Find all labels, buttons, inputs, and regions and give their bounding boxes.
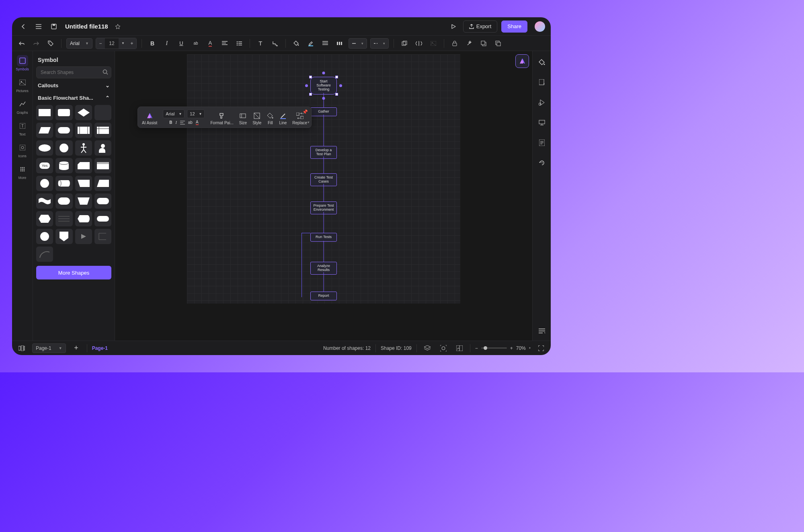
collapse-rail-icon[interactable] (536, 325, 548, 337)
shape-trapezoid-down[interactable] (75, 193, 92, 209)
font-size-minus[interactable]: − (96, 38, 105, 49)
font-size-chev[interactable]: ▼ (119, 38, 127, 49)
shape-display[interactable] (75, 211, 92, 226)
mini-textcolor-icon[interactable]: A (196, 120, 199, 125)
mini-fill[interactable]: Fill (267, 113, 273, 125)
text-tool-icon[interactable]: T (255, 38, 266, 49)
shape-cylinder[interactable] (55, 158, 72, 173)
mini-style[interactable]: Style (252, 113, 261, 125)
fullscreen-icon[interactable] (535, 343, 547, 354)
mini-italic-icon[interactable]: I (175, 120, 176, 125)
shape-diamond[interactable] (75, 105, 92, 120)
image-icon[interactable] (428, 38, 439, 49)
mini-size[interactable]: Size (239, 113, 247, 125)
zoom-out-icon[interactable]: − (475, 345, 478, 351)
zoom-slider[interactable] (481, 347, 507, 349)
pin-icon[interactable]: 📌 (302, 109, 308, 115)
shape-trapezoid[interactable] (94, 176, 111, 191)
layer-icon[interactable] (399, 38, 410, 49)
notes-icon[interactable] (536, 137, 548, 148)
more-shapes-button[interactable]: More Shapes (36, 266, 111, 279)
mini-align-icon[interactable] (180, 121, 185, 125)
bring-front-icon[interactable] (478, 38, 489, 49)
shape-circle-3[interactable] (36, 229, 53, 244)
node-report[interactable]: Report (310, 292, 337, 300)
menu-button[interactable] (33, 21, 44, 32)
undo-icon[interactable] (16, 38, 27, 49)
active-page-tab[interactable]: Page-1 (92, 345, 108, 351)
search-input[interactable] (36, 66, 111, 78)
pages-icon[interactable] (16, 343, 27, 354)
mini-font-select[interactable]: Arial▼ (163, 109, 185, 118)
page-select[interactable]: Page-1▼ (32, 343, 66, 353)
focus-icon[interactable] (438, 343, 449, 354)
shape-stickman[interactable] (75, 140, 92, 156)
shape-stadium-2[interactable] (94, 211, 111, 226)
search-icon[interactable] (103, 69, 108, 75)
shape-arc[interactable] (36, 246, 53, 262)
shape-offpage[interactable] (55, 229, 72, 244)
italic-icon[interactable]: I (161, 38, 172, 49)
shape-list[interactable] (55, 211, 72, 226)
send-back-icon[interactable] (492, 38, 504, 49)
share-button[interactable]: Share (501, 21, 527, 33)
export-button[interactable]: Export (463, 21, 498, 33)
play-icon[interactable] (448, 21, 459, 32)
lock-icon[interactable] (449, 38, 460, 49)
rail-pictures[interactable]: Pictures (16, 77, 29, 93)
history-icon[interactable] (536, 157, 548, 168)
shape-circle-2[interactable] (36, 176, 53, 191)
underline-icon[interactable]: U (176, 38, 187, 49)
mini-ai-assist[interactable]: AI Assist (142, 113, 157, 125)
shape-person[interactable] (94, 140, 111, 156)
bold-icon[interactable]: B (147, 38, 158, 49)
save-icon[interactable] (48, 21, 59, 32)
shape-play[interactable] (75, 229, 92, 244)
align-icon[interactable] (219, 38, 230, 49)
avatar[interactable] (535, 21, 545, 32)
shape-subprocess[interactable] (75, 123, 92, 138)
font-select[interactable]: Arial▼ (66, 38, 92, 49)
list-icon[interactable] (234, 38, 245, 49)
highlight-icon[interactable] (305, 38, 316, 49)
shape-note[interactable] (94, 229, 111, 244)
rail-text[interactable]: T Text (17, 120, 28, 136)
rail-more[interactable]: More (17, 164, 28, 180)
shape-wave[interactable] (94, 105, 111, 120)
align-left-icon[interactable] (320, 38, 331, 49)
favorite-icon[interactable] (112, 21, 123, 32)
node-run-tests[interactable]: Run Tests (310, 233, 337, 242)
node-start[interactable]: Start Software Testing (310, 77, 337, 94)
page[interactable]: Start Software Testing Gather Develop a … (187, 54, 460, 304)
shape-ellipse[interactable] (36, 140, 53, 156)
shape-rect[interactable] (36, 105, 53, 120)
connector-icon[interactable] (269, 38, 281, 49)
bucket-icon[interactable] (536, 57, 548, 68)
mini-format-painter[interactable]: Format Pai... (210, 113, 233, 125)
tag-icon[interactable] (45, 38, 56, 49)
shape-stadium[interactable] (94, 193, 111, 209)
layers-icon[interactable] (422, 343, 433, 354)
shape-parallelogram[interactable] (36, 123, 53, 138)
line-style-select[interactable]: ▾ (349, 38, 367, 49)
page-add-icon[interactable]: + (536, 77, 548, 88)
section-callouts[interactable]: Callouts ⌄ (36, 78, 111, 91)
shape-hexagon[interactable] (36, 211, 53, 226)
shape-pill[interactable] (55, 193, 72, 209)
shape-circle[interactable] (55, 140, 72, 156)
shape-internal-storage[interactable] (94, 123, 111, 138)
line-dash-select[interactable]: ▾ (370, 38, 389, 49)
zoom-in-icon[interactable]: + (510, 345, 513, 351)
shape-card[interactable] (75, 158, 92, 173)
minimap-icon[interactable] (454, 343, 465, 354)
back-button[interactable] (18, 21, 29, 32)
canvas[interactable]: Start Software Testing Gather Develop a … (115, 51, 532, 341)
shape-cylinder-h[interactable] (55, 176, 72, 191)
shape-manual-op[interactable] (75, 176, 92, 191)
shape-double-wave[interactable] (36, 193, 53, 209)
shape-header-rect[interactable] (94, 158, 111, 173)
text-color-icon[interactable]: A (205, 38, 216, 49)
shape-terminator[interactable] (55, 123, 72, 138)
lowercase-icon[interactable]: ab (190, 38, 201, 49)
rail-icons[interactable]: Icons (17, 142, 28, 158)
